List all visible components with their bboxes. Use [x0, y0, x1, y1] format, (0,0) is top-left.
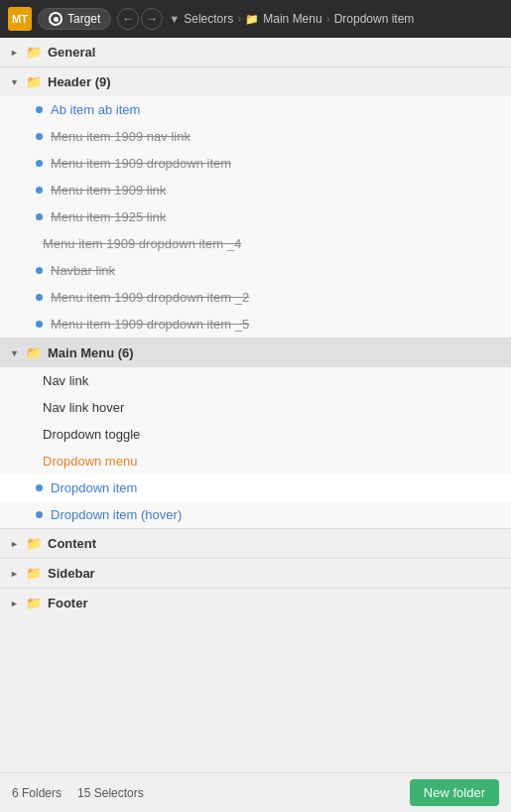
- selector-label: Dropdown menu: [43, 454, 137, 469]
- list-item[interactable]: Menu item 1909 dropdown item _4: [0, 230, 511, 257]
- dot-icon: [36, 106, 43, 113]
- breadcrumb-sep-2: ›: [326, 12, 330, 26]
- section-header-main-menu[interactable]: ▼ 📁 Main Menu (6): [0, 338, 511, 367]
- dot-icon: [36, 484, 43, 491]
- folder-icon-main-menu: 📁: [26, 345, 42, 360]
- chevron-right-content-icon: ►: [10, 539, 20, 549]
- list-item[interactable]: Nav link hover: [0, 394, 511, 421]
- selector-label: Nav link: [43, 373, 88, 388]
- selectors-count: 15 Selectors: [77, 786, 144, 800]
- breadcrumb-selectors[interactable]: Selectors: [184, 12, 233, 26]
- dot-icon: [36, 511, 43, 518]
- section-header-sidebar[interactable]: ► 📁 Sidebar: [0, 559, 511, 588]
- section-header-footer[interactable]: ► 📁 Footer: [0, 589, 511, 617]
- selector-label: Navbar link: [51, 263, 115, 278]
- selector-label: Menu item 1909 dropdown item _4: [43, 236, 241, 251]
- section-general: ► 📁 General: [0, 38, 511, 68]
- nav-arrows: ← →: [117, 8, 163, 30]
- breadcrumb-folder-icon-1: 📁: [245, 13, 259, 26]
- list-item[interactable]: Menu item 1925 link: [0, 203, 511, 230]
- dot-icon: [36, 133, 43, 140]
- section-title-header: Header (9): [48, 74, 111, 89]
- target-button[interactable]: Target: [38, 8, 111, 30]
- section-title-footer: Footer: [48, 596, 87, 610]
- list-item[interactable]: Dropdown toggle: [0, 421, 511, 448]
- folder-icon-header: 📁: [26, 74, 42, 89]
- section-header-header[interactable]: ▼ 📁 Header (9): [0, 68, 511, 96]
- selector-label: Dropdown item (hover): [51, 507, 182, 522]
- list-item[interactable]: Menu item 1909 dropdown item: [0, 150, 511, 177]
- list-item[interactable]: Dropdown item (hover): [0, 501, 511, 528]
- chevron-right-icon: ►: [10, 48, 20, 58]
- dot-icon: [36, 187, 43, 194]
- folder-icon-content: 📁: [26, 536, 42, 551]
- list-item[interactable]: Ab item ab item: [0, 96, 511, 123]
- selector-label: Menu item 1909 nav link: [51, 129, 191, 144]
- selector-label: Dropdown item: [51, 480, 137, 495]
- back-button[interactable]: ←: [117, 8, 139, 30]
- selector-label: Menu item 1909 link: [51, 183, 166, 198]
- selector-label: Ab item ab item: [51, 102, 140, 117]
- folders-count: 6 Folders: [12, 786, 62, 800]
- list-item[interactable]: Nav link: [0, 367, 511, 394]
- forward-button[interactable]: →: [141, 8, 163, 30]
- section-sidebar: ► 📁 Sidebar: [0, 559, 511, 589]
- chevron-down-header-icon: ▼: [10, 77, 20, 87]
- folder-icon-footer: 📁: [26, 596, 42, 610]
- new-folder-button[interactable]: New folder: [410, 779, 499, 806]
- dot-icon: [36, 294, 43, 301]
- chevron-right-footer-icon: ►: [10, 599, 20, 609]
- section-title-sidebar: Sidebar: [48, 566, 95, 581]
- chevron-down-mainmenu-icon: ▼: [10, 348, 20, 358]
- main-menu-children: Nav link Nav link hover Dropdown toggle …: [0, 367, 511, 528]
- list-item[interactable]: Dropdown menu: [0, 448, 511, 474]
- section-footer: ► 📁 Footer: [0, 589, 511, 617]
- header-children: Ab item ab item Menu item 1909 nav link …: [0, 96, 511, 338]
- selector-label: Menu item 1909 dropdown item _5: [51, 317, 249, 332]
- chevron-down-icon: ▼: [169, 13, 180, 25]
- main-content: ► 📁 General ▼ 📁 Header (9) Ab item ab it…: [0, 38, 511, 772]
- dot-icon: [36, 321, 43, 328]
- list-item[interactable]: Menu item 1909 dropdown item _5: [0, 311, 511, 338]
- section-header-general[interactable]: ► 📁 General: [0, 38, 511, 67]
- dot-icon: [36, 160, 43, 167]
- list-item[interactable]: Navbar link: [0, 257, 511, 284]
- section-title-content: Content: [48, 536, 96, 551]
- section-header: ▼ 📁 Header (9) Ab item ab item Menu item…: [0, 68, 511, 338]
- target-icon: [49, 12, 63, 26]
- list-item[interactable]: Menu item 1909 dropdown item _2: [0, 284, 511, 311]
- list-item[interactable]: Menu item 1909 link: [0, 177, 511, 203]
- chevron-right-sidebar-icon: ►: [10, 569, 20, 579]
- dot-icon: [36, 267, 43, 274]
- selector-label: Menu item 1925 link: [51, 209, 166, 224]
- selector-label: Dropdown toggle: [43, 427, 140, 442]
- selector-label: Nav link hover: [43, 400, 124, 415]
- breadcrumb-dropdown-item[interactable]: Dropdown item: [334, 12, 415, 26]
- topbar: MT Target ← → ▼ Selectors › 📁 Main Menu …: [0, 0, 511, 38]
- selector-label: Menu item 1909 dropdown item _2: [51, 290, 249, 305]
- mt-logo-icon: MT: [8, 7, 32, 31]
- section-content: ► 📁 Content: [0, 529, 511, 559]
- bottombar: 6 Folders 15 Selectors New folder: [0, 772, 511, 812]
- breadcrumb-main-menu[interactable]: Main Menu: [263, 12, 321, 26]
- selector-label: Menu item 1909 dropdown item: [51, 156, 231, 171]
- bottom-info: 6 Folders 15 Selectors: [12, 786, 144, 800]
- breadcrumb-sep-1: ›: [237, 12, 241, 26]
- section-header-content[interactable]: ► 📁 Content: [0, 529, 511, 558]
- section-title-main-menu: Main Menu (6): [48, 345, 134, 360]
- folder-icon-general: 📁: [26, 45, 42, 60]
- section-title-general: General: [48, 45, 95, 60]
- list-item[interactable]: Menu item 1909 nav link: [0, 123, 511, 150]
- list-item[interactable]: Dropdown item: [0, 474, 511, 501]
- folder-icon-sidebar: 📁: [26, 566, 42, 581]
- breadcrumb: ▼ Selectors › 📁 Main Menu › Dropdown ite…: [169, 12, 503, 26]
- dot-icon: [36, 213, 43, 220]
- section-main-menu: ▼ 📁 Main Menu (6) Nav link Nav link hove…: [0, 338, 511, 529]
